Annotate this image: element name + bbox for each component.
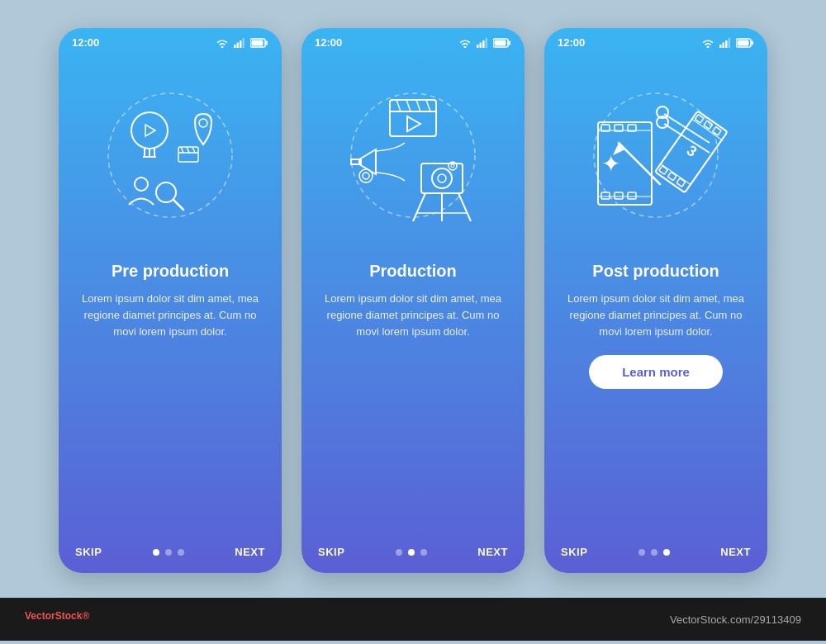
signal-icon-1 (233, 38, 246, 48)
svg-rect-53 (729, 38, 731, 48)
svg-rect-52 (725, 40, 728, 48)
status-icons-3 (701, 38, 754, 48)
svg-rect-51 (723, 42, 725, 48)
post-production-icon-area: ✦ 3 (565, 60, 747, 258)
pre-production-icon-area (79, 60, 261, 258)
production-icon-area (322, 60, 504, 258)
svg-rect-24 (480, 42, 482, 48)
svg-rect-2 (240, 40, 242, 48)
nav-dots-2 (396, 549, 427, 556)
dot-3-1 (638, 549, 645, 556)
svg-point-40 (363, 173, 369, 179)
svg-rect-74 (676, 178, 686, 187)
status-bar-2: 12:00 (301, 28, 525, 52)
nav-bar-1: SKIP NEXT (59, 546, 282, 558)
status-time-3: 12:00 (558, 36, 585, 49)
svg-point-42 (432, 168, 452, 188)
svg-point-7 (108, 93, 232, 217)
svg-rect-6 (252, 40, 263, 45)
signal-icon-3 (719, 38, 732, 48)
svg-line-33 (396, 100, 401, 111)
pre-production-illustration (88, 77, 253, 242)
svg-line-36 (426, 100, 430, 111)
svg-rect-63 (601, 192, 610, 199)
battery-icon-2 (493, 38, 511, 48)
svg-rect-28 (509, 40, 511, 45)
wifi-icon-1 (216, 38, 229, 48)
svg-line-21 (187, 147, 189, 153)
svg-rect-72 (659, 166, 668, 174)
svg-rect-55 (752, 40, 754, 45)
svg-rect-26 (486, 38, 488, 48)
svg-rect-73 (667, 172, 676, 180)
svg-rect-5 (266, 40, 268, 45)
dot-1-2 (165, 549, 172, 556)
svg-rect-31 (390, 100, 436, 136)
phone-card-pre-production: 12:00 (59, 28, 282, 573)
skip-button-1[interactable]: SKIP (75, 546, 102, 558)
svg-line-22 (192, 147, 195, 153)
svg-rect-1 (237, 42, 240, 48)
svg-line-34 (406, 100, 411, 111)
svg-rect-0 (234, 45, 236, 48)
dot-2-2 (408, 549, 415, 556)
svg-rect-3 (243, 38, 245, 48)
production-illustration (330, 77, 496, 242)
svg-point-39 (359, 169, 373, 182)
phone-card-production: 12:00 (301, 28, 525, 573)
svg-text:✦: ✦ (601, 151, 620, 177)
svg-point-17 (199, 119, 207, 127)
svg-rect-50 (719, 45, 722, 48)
status-bar-3: 12:00 (544, 28, 767, 52)
svg-rect-23 (477, 45, 479, 48)
svg-point-14 (135, 178, 148, 191)
nav-dots-1 (153, 549, 184, 556)
phone-card-post-production: 12:00 (544, 28, 767, 573)
svg-rect-56 (738, 40, 749, 45)
svg-marker-13 (145, 125, 155, 136)
dot-2-1 (396, 549, 402, 556)
status-icons-2 (458, 38, 511, 48)
learn-more-button[interactable]: Learn more (589, 355, 723, 389)
footer-logo-text: VectorStock (25, 610, 82, 622)
status-bar-1: 12:00 (59, 28, 282, 52)
footer-bar: VectorStock® VectorStock.com/29113409 (0, 598, 826, 641)
pre-production-text: Lorem ipsum dolor sit dim amet, mea regi… (59, 291, 282, 340)
footer-logo: VectorStock® (25, 610, 89, 629)
main-area: 12:00 (0, 3, 826, 598)
svg-rect-29 (495, 40, 506, 45)
svg-point-43 (438, 174, 446, 182)
pre-production-title: Pre production (112, 262, 229, 281)
status-time-1: 12:00 (72, 36, 99, 49)
dot-1-1 (153, 549, 159, 556)
production-text: Lorem ipsum dolor sit dim amet, mea regi… (301, 291, 525, 340)
svg-line-48 (458, 193, 471, 221)
svg-rect-25 (482, 40, 485, 48)
production-title: Production (369, 262, 457, 281)
skip-button-2[interactable]: SKIP (318, 546, 344, 558)
next-button-2[interactable]: NEXT (477, 546, 508, 558)
dot-3-2 (651, 549, 657, 556)
svg-line-35 (416, 100, 420, 111)
next-button-1[interactable]: NEXT (235, 546, 265, 558)
dot-1-3 (178, 549, 184, 556)
svg-point-45 (451, 164, 454, 168)
next-button-3[interactable]: NEXT (720, 546, 751, 558)
svg-marker-37 (407, 116, 420, 131)
nav-dots-3 (638, 549, 670, 556)
wifi-icon-3 (701, 38, 714, 48)
status-time-2: 12:00 (315, 36, 342, 49)
nav-bar-3: SKIP NEXT (544, 546, 767, 558)
dot-2-3 (420, 549, 427, 556)
signal-icon-2 (476, 38, 489, 48)
dot-3-3 (663, 549, 670, 556)
svg-line-16 (173, 200, 183, 210)
post-production-title: Post production (592, 262, 719, 281)
post-production-illustration: ✦ 3 (573, 77, 738, 242)
skip-button-3[interactable]: SKIP (561, 546, 587, 558)
battery-icon-3 (736, 38, 754, 48)
battery-icon-1 (250, 38, 268, 48)
footer-trademark: ® (82, 610, 89, 622)
wifi-icon-2 (458, 38, 472, 48)
svg-rect-64 (615, 192, 623, 199)
